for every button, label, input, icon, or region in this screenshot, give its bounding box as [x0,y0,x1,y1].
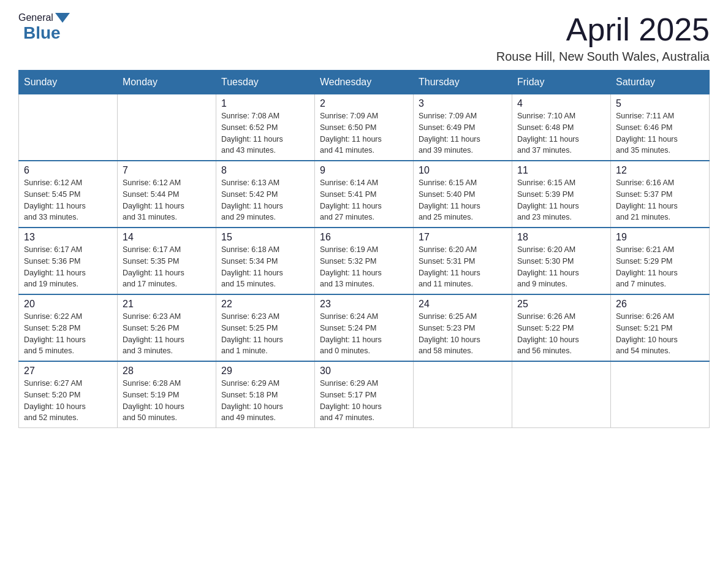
logo-general-text: General [18,12,53,23]
day-number: 30 [320,366,408,377]
day-sun-info: Sunrise: 6:20 AM Sunset: 5:31 PM Dayligh… [419,244,507,290]
calendar-cell: 4Sunrise: 7:10 AM Sunset: 6:48 PM Daylig… [512,94,611,161]
calendar-cell: 9Sunrise: 6:14 AM Sunset: 5:41 PM Daylig… [315,161,414,228]
day-of-week-header: Wednesday [315,71,414,94]
day-sun-info: Sunrise: 6:15 AM Sunset: 5:40 PM Dayligh… [419,177,507,223]
day-sun-info: Sunrise: 7:09 AM Sunset: 6:49 PM Dayligh… [419,110,507,156]
logo-blue-text: Blue [23,23,61,42]
day-sun-info: Sunrise: 6:28 AM Sunset: 5:19 PM Dayligh… [123,378,211,424]
day-sun-info: Sunrise: 6:19 AM Sunset: 5:32 PM Dayligh… [320,244,408,290]
day-sun-info: Sunrise: 6:22 AM Sunset: 5:28 PM Dayligh… [24,311,112,357]
day-sun-info: Sunrise: 6:17 AM Sunset: 5:35 PM Dayligh… [123,244,211,290]
calendar-cell [19,94,118,161]
day-number: 20 [24,299,112,310]
calendar-cell [611,361,710,428]
calendar-cell: 20Sunrise: 6:22 AM Sunset: 5:28 PM Dayli… [19,294,118,361]
day-number: 9 [320,165,408,176]
day-sun-info: Sunrise: 6:24 AM Sunset: 5:24 PM Dayligh… [320,311,408,357]
day-number: 23 [320,299,408,310]
calendar-week-row: 6Sunrise: 6:12 AM Sunset: 5:45 PM Daylig… [19,161,710,228]
calendar-cell: 22Sunrise: 6:23 AM Sunset: 5:25 PM Dayli… [216,294,315,361]
location-subtitle: Rouse Hill, New South Wales, Australia [496,50,710,64]
calendar-cell: 21Sunrise: 6:23 AM Sunset: 5:26 PM Dayli… [118,294,216,361]
day-number: 22 [221,299,309,310]
day-sun-info: Sunrise: 6:27 AM Sunset: 5:20 PM Dayligh… [24,378,112,424]
logo-arrow-icon [55,13,70,23]
day-sun-info: Sunrise: 6:15 AM Sunset: 5:39 PM Dayligh… [517,177,605,223]
page-header: General Blue April 2025 Rouse Hill, New … [18,12,710,64]
day-sun-info: Sunrise: 7:08 AM Sunset: 6:52 PM Dayligh… [221,110,309,156]
day-sun-info: Sunrise: 6:18 AM Sunset: 5:34 PM Dayligh… [221,244,309,290]
calendar-cell: 14Sunrise: 6:17 AM Sunset: 5:35 PM Dayli… [118,228,216,294]
day-number: 12 [616,165,704,176]
day-of-week-header: Sunday [19,71,118,94]
day-number: 24 [419,299,507,310]
day-of-week-header: Monday [118,71,216,94]
day-number: 26 [616,299,704,310]
day-number: 16 [320,232,408,243]
logo: General Blue [18,12,72,43]
day-number: 14 [123,232,211,243]
day-number: 8 [221,165,309,176]
day-number: 28 [123,366,211,377]
day-number: 7 [123,165,211,176]
calendar-cell: 10Sunrise: 6:15 AM Sunset: 5:40 PM Dayli… [414,161,512,228]
calendar-cell: 12Sunrise: 6:16 AM Sunset: 5:37 PM Dayli… [611,161,710,228]
day-sun-info: Sunrise: 6:14 AM Sunset: 5:41 PM Dayligh… [320,177,408,223]
day-of-week-header: Friday [512,71,611,94]
day-of-week-header: Thursday [414,71,512,94]
day-sun-info: Sunrise: 6:12 AM Sunset: 5:45 PM Dayligh… [24,177,112,223]
day-sun-info: Sunrise: 6:29 AM Sunset: 5:17 PM Dayligh… [320,378,408,424]
calendar-cell: 26Sunrise: 6:26 AM Sunset: 5:21 PM Dayli… [611,294,710,361]
calendar-cell: 23Sunrise: 6:24 AM Sunset: 5:24 PM Dayli… [315,294,414,361]
calendar-cell [118,94,216,161]
calendar-cell: 16Sunrise: 6:19 AM Sunset: 5:32 PM Dayli… [315,228,414,294]
day-number: 25 [517,299,605,310]
calendar-cell: 24Sunrise: 6:25 AM Sunset: 5:23 PM Dayli… [414,294,512,361]
day-sun-info: Sunrise: 6:20 AM Sunset: 5:30 PM Dayligh… [517,244,605,290]
day-number: 13 [24,232,112,243]
calendar-cell: 11Sunrise: 6:15 AM Sunset: 5:39 PM Dayli… [512,161,611,228]
day-number: 29 [221,366,309,377]
day-number: 17 [419,232,507,243]
calendar-cell: 25Sunrise: 6:26 AM Sunset: 5:22 PM Dayli… [512,294,611,361]
calendar-body: 1Sunrise: 7:08 AM Sunset: 6:52 PM Daylig… [19,94,710,428]
calendar-week-row: 27Sunrise: 6:27 AM Sunset: 5:20 PM Dayli… [19,361,710,428]
calendar-table: SundayMondayTuesdayWednesdayThursdayFrid… [18,70,710,428]
day-number: 1 [221,98,309,109]
calendar-cell: 8Sunrise: 6:13 AM Sunset: 5:42 PM Daylig… [216,161,315,228]
day-of-week-header: Saturday [611,71,710,94]
day-sun-info: Sunrise: 7:10 AM Sunset: 6:48 PM Dayligh… [517,110,605,156]
calendar-cell: 13Sunrise: 6:17 AM Sunset: 5:36 PM Dayli… [19,228,118,294]
month-title: April 2025 [496,12,710,47]
calendar-cell: 3Sunrise: 7:09 AM Sunset: 6:49 PM Daylig… [414,94,512,161]
calendar-cell: 28Sunrise: 6:28 AM Sunset: 5:19 PM Dayli… [118,361,216,428]
day-sun-info: Sunrise: 6:21 AM Sunset: 5:29 PM Dayligh… [616,244,704,290]
day-sun-info: Sunrise: 7:09 AM Sunset: 6:50 PM Dayligh… [320,110,408,156]
calendar-cell: 2Sunrise: 7:09 AM Sunset: 6:50 PM Daylig… [315,94,414,161]
day-number: 21 [123,299,211,310]
calendar-cell [512,361,611,428]
calendar-cell [414,361,512,428]
day-number: 10 [419,165,507,176]
day-number: 11 [517,165,605,176]
day-number: 27 [24,366,112,377]
calendar-cell: 7Sunrise: 6:12 AM Sunset: 5:44 PM Daylig… [118,161,216,228]
day-of-week-header: Tuesday [216,71,315,94]
title-section: April 2025 Rouse Hill, New South Wales, … [496,12,710,64]
day-number: 4 [517,98,605,109]
day-sun-info: Sunrise: 6:16 AM Sunset: 5:37 PM Dayligh… [616,177,704,223]
calendar-cell: 17Sunrise: 6:20 AM Sunset: 5:31 PM Dayli… [414,228,512,294]
calendar-cell: 19Sunrise: 6:21 AM Sunset: 5:29 PM Dayli… [611,228,710,294]
day-sun-info: Sunrise: 7:11 AM Sunset: 6:46 PM Dayligh… [616,110,704,156]
calendar-cell: 29Sunrise: 6:29 AM Sunset: 5:18 PM Dayli… [216,361,315,428]
day-sun-info: Sunrise: 6:17 AM Sunset: 5:36 PM Dayligh… [24,244,112,290]
day-number: 18 [517,232,605,243]
calendar-cell: 18Sunrise: 6:20 AM Sunset: 5:30 PM Dayli… [512,228,611,294]
calendar-header: SundayMondayTuesdayWednesdayThursdayFrid… [19,71,710,94]
calendar-cell: 1Sunrise: 7:08 AM Sunset: 6:52 PM Daylig… [216,94,315,161]
day-sun-info: Sunrise: 6:23 AM Sunset: 5:26 PM Dayligh… [123,311,211,357]
calendar-cell: 15Sunrise: 6:18 AM Sunset: 5:34 PM Dayli… [216,228,315,294]
day-sun-info: Sunrise: 6:12 AM Sunset: 5:44 PM Dayligh… [123,177,211,223]
calendar-week-row: 20Sunrise: 6:22 AM Sunset: 5:28 PM Dayli… [19,294,710,361]
